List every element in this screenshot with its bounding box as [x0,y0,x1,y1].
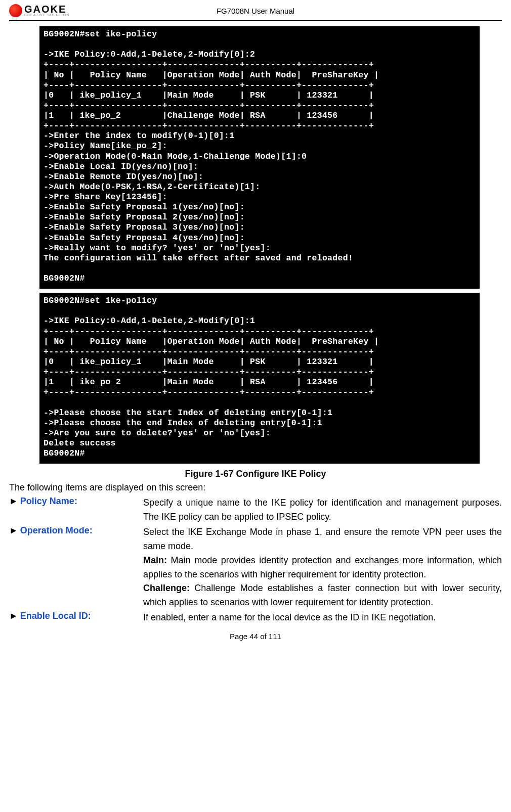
logo-mark-icon [9,4,22,17]
definition-operation-mode: ►Operation Mode: Select the IKE Exchange… [9,525,502,610]
intro-text: The following items are displayed on thi… [9,482,502,493]
logo-subtext: CREATIVE SOLUTION [24,14,69,17]
label-policy-name: Policy Name: [20,496,77,506]
desc-policy-name: Specify a unique name to the IKE policy … [143,496,502,524]
page-footer: Page 44 of 111 [9,632,502,641]
header-divider [9,20,502,21]
desc-operation-intro: Select the IKE Exchange Mode in phase 1,… [143,527,502,551]
label-operation-mode: Operation Mode: [20,525,93,535]
desc-operation-mode: Select the IKE Exchange Mode in phase 1,… [143,525,502,610]
definition-enable-local-id: ►Enable Local ID: If enabled, enter a na… [9,611,502,625]
terminal-output-modify: BG9002N#set ike-policy ->IKE Policy:0-Ad… [39,26,480,289]
label-challenge-mode: Challenge: [143,583,190,593]
figure-caption: Figure 1-67 Configure IKE Policy [9,469,502,479]
label-enable-local-id: Enable Local ID: [20,611,91,621]
page-header: GAOKE CREATIVE SOLUTION FG7008N User Man… [9,0,502,19]
terminal-output-delete: BG9002N#set ike-policy ->IKE Policy:0-Ad… [39,293,480,464]
logo-text: GAOKE [24,5,69,14]
desc-enable-local-id: If enabled, enter a name for the local d… [143,611,502,625]
brand-logo: GAOKE CREATIVE SOLUTION [9,4,69,17]
definition-policy-name: ►Policy Name: Specify a unique name to t… [9,496,502,524]
page-title: FG7008N User Manual [217,7,294,15]
desc-challenge-mode: Challenge Mode establishes a faster conn… [143,583,502,607]
label-main-mode: Main: [143,555,167,565]
desc-main-mode: Main mode provides identity protection a… [143,555,502,579]
